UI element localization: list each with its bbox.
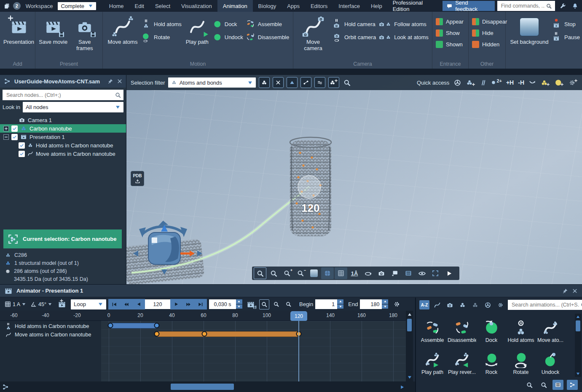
filter-camera-button[interactable] [445, 300, 455, 309]
animation-tile-assemble[interactable]: Assemble [418, 313, 447, 345]
select-similar-button[interactable] [314, 77, 325, 88]
filter-appearance-button[interactable] [457, 300, 467, 309]
visibility-checkbox[interactable] [11, 125, 18, 132]
search-animations-input[interactable] [511, 301, 580, 308]
fullscreen-button[interactable] [429, 267, 442, 279]
scroll-thumb[interactable] [171, 384, 234, 390]
viewport-canvas[interactable]: 120 [126, 75, 582, 284]
visibility-button[interactable] [416, 267, 428, 279]
tab-animation[interactable]: Animation [217, 0, 253, 12]
hidden-button[interactable]: Hidden [472, 40, 507, 49]
zoom-region-button[interactable] [267, 267, 280, 279]
search-nodes-input[interactable] [5, 92, 115, 99]
visibility-checkbox[interactable] [19, 142, 25, 149]
appear-button[interactable]: Appear [436, 17, 464, 26]
disappear-button[interactable]: Disappear [472, 17, 507, 26]
fast-forward-button[interactable] [182, 299, 195, 309]
keyframe-dot[interactable] [108, 323, 113, 328]
find-commands-input[interactable] [500, 3, 546, 9]
hide-button[interactable]: Hide [472, 28, 507, 37]
sort-az-button[interactable]: A-Z [419, 300, 429, 309]
tab-interface[interactable]: Interface [333, 0, 365, 12]
keyframe-bar-move[interactable] [157, 331, 299, 337]
animation-tile-hold-atoms[interactable]: Hold atoms [506, 313, 536, 345]
close-icon[interactable] [572, 288, 578, 294]
dock-button[interactable]: Dock [213, 19, 243, 29]
tools-icon[interactable] [559, 3, 566, 10]
select-up-button[interactable] [287, 77, 298, 88]
zoom-out-button[interactable]: − [294, 267, 307, 279]
palette-zoom-in-button[interactable] [524, 380, 535, 390]
stop-button[interactable]: Stop [552, 19, 580, 29]
pin-icon[interactable] [107, 78, 113, 84]
hold-camera-button[interactable]: Hold camera [332, 19, 376, 29]
play-button[interactable] [443, 267, 455, 279]
documents-icon[interactable] [3, 3, 11, 10]
animation-tile-move-atoms[interactable]: Move ato... [536, 313, 565, 345]
tab-edit[interactable]: Edit [129, 0, 149, 12]
animation-tile-undock[interactable]: Undock [536, 345, 565, 377]
search-selection-icon[interactable] [343, 79, 351, 87]
look-in-select[interactable]: All nodes [23, 102, 123, 112]
visibility-checkbox[interactable] [11, 134, 18, 140]
step-backward-button[interactable] [133, 299, 145, 309]
track-label-hold[interactable]: Hold atoms in Carbon nanotube [0, 322, 101, 331]
playhead-line[interactable] [298, 321, 299, 381]
end-spinner[interactable] [382, 299, 388, 309]
end-field[interactable]: 180 [360, 299, 388, 309]
assemble-button[interactable]: Assemble [246, 19, 289, 29]
keyframe-dot[interactable] [202, 331, 207, 337]
list-view-button[interactable] [552, 380, 563, 390]
keyframe-dot[interactable] [154, 331, 160, 337]
fast-backward-button[interactable] [121, 299, 133, 309]
save-camera-button[interactable] [375, 267, 388, 279]
save-frames-button[interactable]: Save frames [70, 15, 99, 52]
filter-effects-button[interactable] [483, 300, 493, 309]
snap-grid-dropdown[interactable]: 1 A [3, 301, 27, 308]
playhead-bubble[interactable]: 120 [290, 311, 307, 321]
add-molecule-button[interactable] [540, 79, 550, 87]
begin-field[interactable]: 1 [315, 299, 343, 309]
tree-item-move-atoms[interactable]: Move atoms in Carbon nanotube [0, 149, 126, 158]
snap-angle-dropdown[interactable]: 45° [29, 301, 53, 308]
add-surface-button[interactable] [554, 79, 564, 87]
add-hydrogens-button[interactable]: +H [506, 79, 514, 86]
tree-item-camera[interactable]: Camera 1 [0, 116, 126, 124]
add-to-selection-button[interactable] [328, 77, 339, 88]
tab-visualization[interactable]: Visualization [176, 0, 217, 12]
tab-select[interactable]: Select [150, 0, 176, 12]
palette-settings-button[interactable] [495, 300, 505, 309]
hold-atoms-button[interactable]: Hold atoms [142, 19, 182, 29]
tab-biology[interactable]: Biology [253, 0, 282, 12]
orientation-cube-button[interactable] [321, 267, 334, 279]
bell-icon[interactable] [571, 3, 579, 10]
animator-settings-icon[interactable] [393, 300, 401, 308]
shown-button[interactable]: Shown [436, 40, 464, 49]
tab-apps[interactable]: Apps [282, 0, 305, 12]
deselect-button[interactable] [273, 77, 284, 88]
follow-atoms-button[interactable]: Follow atoms [378, 19, 429, 29]
minimize-arrow-button[interactable] [528, 79, 536, 86]
animation-tile-play-path[interactable]: Play path [418, 345, 447, 377]
scroll-right-icon[interactable] [400, 384, 405, 390]
filter-disappearance-button[interactable] [470, 300, 480, 309]
ground-grid-button[interactable] [335, 267, 347, 279]
timeline-zoom-out-button[interactable] [284, 299, 294, 309]
scroll-up-icon[interactable] [407, 312, 412, 317]
tab-home[interactable]: Home [104, 0, 129, 12]
tree-item-presentation[interactable]: Presentation 1 [0, 133, 126, 141]
search-icon[interactable] [546, 3, 552, 9]
zoom-in-button[interactable]: + [281, 267, 293, 279]
current-frame-field[interactable]: 120 [145, 299, 170, 309]
timeline-zoom-button[interactable] [259, 299, 269, 309]
scroll-down-icon[interactable] [407, 375, 412, 380]
move-camera-button[interactable]: Move camera [297, 15, 330, 52]
label-button[interactable] [389, 267, 401, 279]
keyframe-dot[interactable] [154, 323, 160, 328]
workspace-select[interactable]: Complete [58, 2, 96, 10]
loop-mode-select[interactable]: Loop [71, 299, 106, 309]
timeline-tracks[interactable]: Hold atoms in Carbon nanotube Move atoms… [0, 321, 406, 381]
animation-tile-disassemble[interactable]: Disassemble [447, 313, 477, 345]
pin-icon[interactable] [562, 288, 568, 294]
tab-help[interactable]: Help [365, 0, 388, 12]
